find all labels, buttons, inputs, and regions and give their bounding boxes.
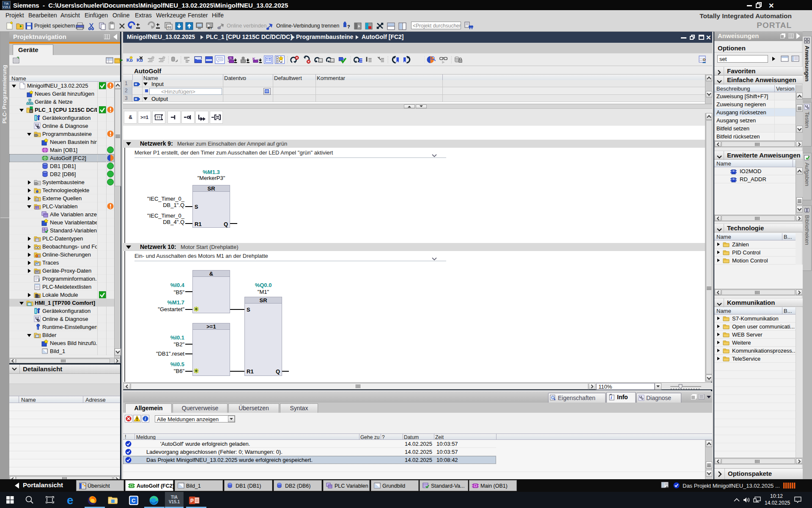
svg-text:01: 01 [36, 199, 38, 201]
svg-text:e: e [67, 494, 74, 506]
svg-text:i: i [611, 395, 612, 400]
svg-text:??: ?? [156, 116, 160, 119]
svg-text:01: 01 [167, 25, 171, 29]
svg-text:?: ? [347, 24, 350, 29]
svg-text:RT: RT [208, 26, 212, 30]
svg-text:i: i [145, 417, 146, 421]
svg-text:i: i [38, 278, 40, 282]
svg-text:Kɒ: Kɒ [137, 58, 143, 63]
svg-text:C: C [132, 497, 136, 504]
svg-text:P: P [190, 498, 194, 504]
svg-text:01: 01 [230, 57, 232, 59]
